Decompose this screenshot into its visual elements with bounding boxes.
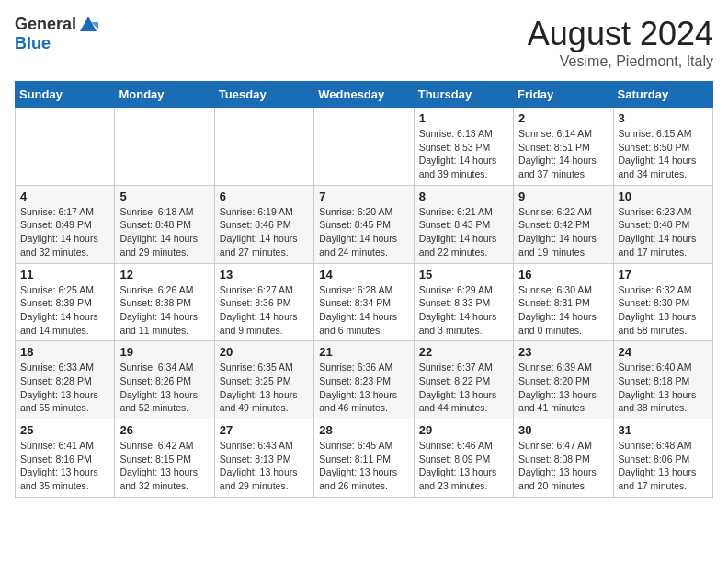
calendar-table: Sunday Monday Tuesday Wednesday Thursday… [15,81,713,498]
header-sunday: Sunday [16,82,115,108]
day-number: 28 [319,423,408,437]
day-info: Sunrise: 6:14 AM Sunset: 8:51 PM Dayligh… [518,127,608,181]
calendar-cell: 26Sunrise: 6:42 AM Sunset: 8:15 PM Dayli… [115,419,214,498]
calendar-cell: 3Sunrise: 6:15 AM Sunset: 8:50 PM Daylig… [613,108,712,186]
calendar-week-row: 18Sunrise: 6:33 AM Sunset: 8:28 PM Dayli… [16,341,713,419]
day-info: Sunrise: 6:23 AM Sunset: 8:40 PM Dayligh… [619,205,708,259]
header-thursday: Thursday [414,82,513,108]
calendar-cell: 2Sunrise: 6:14 AM Sunset: 8:51 PM Daylig… [514,108,613,186]
day-info: Sunrise: 6:22 AM Sunset: 8:42 PM Dayligh… [518,205,608,259]
calendar-cell: 6Sunrise: 6:19 AM Sunset: 8:46 PM Daylig… [214,185,313,263]
day-info: Sunrise: 6:29 AM Sunset: 8:33 PM Dayligh… [419,283,508,338]
calendar-cell: 5Sunrise: 6:18 AM Sunset: 8:48 PM Daylig… [115,185,214,263]
calendar-cell: 20Sunrise: 6:35 AM Sunset: 8:25 PM Dayli… [214,341,313,419]
calendar-cell: 16Sunrise: 6:30 AM Sunset: 8:31 PM Dayli… [514,263,613,341]
day-number: 10 [619,190,708,203]
calendar-cell: 22Sunrise: 6:37 AM Sunset: 8:22 PM Dayli… [414,341,513,419]
day-number: 20 [220,345,309,359]
day-number: 15 [419,268,508,282]
day-number: 21 [319,345,408,359]
day-info: Sunrise: 6:13 AM Sunset: 8:53 PM Dayligh… [419,127,508,181]
calendar-cell [115,108,214,186]
day-number: 11 [20,268,109,282]
day-number: 5 [119,190,209,203]
header-friday: Friday [514,82,613,108]
day-number: 2 [518,111,608,125]
day-number: 12 [119,268,209,282]
day-info: Sunrise: 6:36 AM Sunset: 8:23 PM Dayligh… [319,361,408,415]
day-number: 27 [220,423,309,437]
logo-blue: Blue [15,35,98,53]
day-info: Sunrise: 6:20 AM Sunset: 8:45 PM Dayligh… [319,205,408,259]
calendar-cell: 4Sunrise: 6:17 AM Sunset: 8:49 PM Daylig… [16,185,115,263]
location-subtitle: Vesime, Piedmont, Italy [528,53,713,70]
calendar-week-row: 11Sunrise: 6:25 AM Sunset: 8:39 PM Dayli… [16,263,713,341]
calendar-week-row: 4Sunrise: 6:17 AM Sunset: 8:49 PM Daylig… [16,185,713,263]
day-number: 30 [518,423,608,437]
day-info: Sunrise: 6:30 AM Sunset: 8:31 PM Dayligh… [518,283,608,338]
calendar-cell [214,108,313,186]
day-number: 3 [619,111,708,125]
day-info: Sunrise: 6:42 AM Sunset: 8:15 PM Dayligh… [119,439,209,493]
header-wednesday: Wednesday [314,82,414,108]
calendar-week-row: 1Sunrise: 6:13 AM Sunset: 8:53 PM Daylig… [16,108,713,186]
day-info: Sunrise: 6:17 AM Sunset: 8:49 PM Dayligh… [20,205,109,259]
day-number: 6 [220,190,309,203]
day-info: Sunrise: 6:35 AM Sunset: 8:25 PM Dayligh… [220,361,309,415]
calendar-cell: 21Sunrise: 6:36 AM Sunset: 8:23 PM Dayli… [314,341,414,419]
day-number: 29 [419,423,508,437]
day-info: Sunrise: 6:19 AM Sunset: 8:46 PM Dayligh… [220,205,309,259]
day-number: 8 [419,190,508,203]
day-info: Sunrise: 6:46 AM Sunset: 8:09 PM Dayligh… [419,439,508,493]
day-number: 31 [619,423,708,437]
day-number: 26 [119,423,209,437]
header-saturday: Saturday [613,82,712,108]
header: General Blue August 2024 Vesime, Piedmon… [15,15,713,70]
day-number: 16 [518,268,608,282]
day-number: 18 [20,345,109,359]
weekday-header-row: Sunday Monday Tuesday Wednesday Thursday… [16,82,713,108]
calendar-cell: 24Sunrise: 6:40 AM Sunset: 8:18 PM Dayli… [613,341,712,419]
day-info: Sunrise: 6:25 AM Sunset: 8:39 PM Dayligh… [20,283,109,338]
day-info: Sunrise: 6:32 AM Sunset: 8:30 PM Dayligh… [619,283,708,338]
day-info: Sunrise: 6:28 AM Sunset: 8:34 PM Dayligh… [319,283,408,338]
day-info: Sunrise: 6:18 AM Sunset: 8:48 PM Dayligh… [119,205,209,259]
calendar-cell [16,108,115,186]
calendar-cell: 14Sunrise: 6:28 AM Sunset: 8:34 PM Dayli… [314,263,414,341]
day-info: Sunrise: 6:27 AM Sunset: 8:36 PM Dayligh… [220,283,309,338]
day-info: Sunrise: 6:37 AM Sunset: 8:22 PM Dayligh… [419,361,508,415]
day-number: 7 [319,190,408,203]
day-info: Sunrise: 6:40 AM Sunset: 8:18 PM Dayligh… [619,361,708,415]
month-title: August 2024 [528,15,713,53]
title-area: August 2024 Vesime, Piedmont, Italy [528,15,713,70]
calendar-cell: 19Sunrise: 6:34 AM Sunset: 8:26 PM Dayli… [115,341,214,419]
day-info: Sunrise: 6:39 AM Sunset: 8:20 PM Dayligh… [518,361,608,415]
calendar-cell: 7Sunrise: 6:20 AM Sunset: 8:45 PM Daylig… [314,185,414,263]
calendar-cell [314,108,414,186]
calendar-cell: 27Sunrise: 6:43 AM Sunset: 8:13 PM Dayli… [214,419,313,498]
calendar-cell: 29Sunrise: 6:46 AM Sunset: 8:09 PM Dayli… [414,419,513,498]
logo-general: General [15,16,76,34]
logo: General Blue [15,15,98,53]
calendar-cell: 13Sunrise: 6:27 AM Sunset: 8:36 PM Dayli… [214,263,313,341]
day-number: 14 [319,268,408,282]
calendar-cell: 1Sunrise: 6:13 AM Sunset: 8:53 PM Daylig… [414,108,513,186]
logo-icon [78,15,98,35]
calendar-cell: 31Sunrise: 6:48 AM Sunset: 8:06 PM Dayli… [613,419,712,498]
day-info: Sunrise: 6:21 AM Sunset: 8:43 PM Dayligh… [419,205,508,259]
calendar-cell: 8Sunrise: 6:21 AM Sunset: 8:43 PM Daylig… [414,185,513,263]
header-tuesday: Tuesday [214,82,313,108]
day-number: 13 [220,268,309,282]
day-number: 24 [619,345,708,359]
calendar-cell: 25Sunrise: 6:41 AM Sunset: 8:16 PM Dayli… [16,419,115,498]
day-number: 9 [518,190,608,203]
day-number: 4 [20,190,109,203]
day-info: Sunrise: 6:33 AM Sunset: 8:28 PM Dayligh… [20,361,109,415]
calendar-cell: 18Sunrise: 6:33 AM Sunset: 8:28 PM Dayli… [16,341,115,419]
calendar-cell: 10Sunrise: 6:23 AM Sunset: 8:40 PM Dayli… [613,185,712,263]
day-info: Sunrise: 6:41 AM Sunset: 8:16 PM Dayligh… [20,439,109,493]
calendar-cell: 11Sunrise: 6:25 AM Sunset: 8:39 PM Dayli… [16,263,115,341]
day-number: 23 [518,345,608,359]
day-info: Sunrise: 6:47 AM Sunset: 8:08 PM Dayligh… [518,439,608,493]
calendar-cell: 23Sunrise: 6:39 AM Sunset: 8:20 PM Dayli… [514,341,613,419]
